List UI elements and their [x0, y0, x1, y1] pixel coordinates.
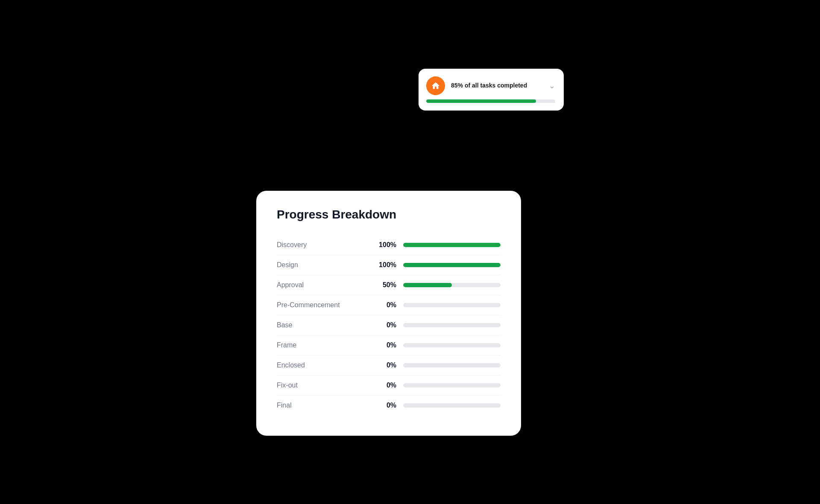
progress-row: Final0%: [277, 396, 501, 415]
progress-row: Pre-Commencement0%: [277, 295, 501, 315]
scene: 85% of all tasks completed ⌄ Progress Br…: [256, 69, 564, 436]
row-bar-fill: [403, 283, 452, 287]
row-percent: 50%: [371, 281, 396, 289]
row-percent: 100%: [371, 261, 396, 269]
home-icon: [431, 81, 440, 90]
row-bar-track: [403, 363, 501, 367]
notification-progress-fill: [426, 99, 536, 103]
row-percent: 0%: [371, 382, 396, 389]
row-percent: 0%: [371, 301, 396, 309]
row-label: Frame: [277, 341, 371, 349]
progress-row: Discovery100%: [277, 235, 501, 255]
row-label: Base: [277, 321, 371, 329]
row-label: Final: [277, 402, 371, 409]
row-percent: 0%: [371, 341, 396, 349]
progress-list: Discovery100%Design100%Approval50%Pre-Co…: [277, 235, 501, 415]
row-bar-track: [403, 303, 501, 307]
progress-row: Fix-out0%: [277, 376, 501, 396]
row-bar-fill: [403, 263, 501, 267]
row-percent: 0%: [371, 321, 396, 329]
row-label: Discovery: [277, 241, 371, 249]
row-percent: 0%: [371, 402, 396, 409]
progress-row: Enclosed0%: [277, 355, 501, 376]
row-label: Pre-Commencement: [277, 301, 371, 309]
row-bar-track: [403, 383, 501, 387]
row-bar-track: [403, 323, 501, 327]
row-label: Design: [277, 261, 371, 269]
progress-row: Frame0%: [277, 335, 501, 355]
row-percent: 0%: [371, 361, 396, 369]
row-percent: 100%: [371, 241, 396, 249]
row-label: Enclosed: [277, 361, 371, 369]
progress-row: Design100%: [277, 255, 501, 275]
chevron-down-icon: ⌄: [549, 81, 555, 90]
row-label: Approval: [277, 281, 371, 289]
progress-row: Base0%: [277, 315, 501, 335]
notification-top: 85% of all tasks completed ⌄: [426, 76, 555, 95]
home-icon-circle: [426, 76, 445, 95]
row-bar-track: [403, 243, 501, 247]
row-bar-track: [403, 403, 501, 408]
main-card: Progress Breakdown Discovery100%Design10…: [256, 191, 521, 436]
notification-text: 85% of all tasks completed: [451, 82, 543, 90]
notification-progress-bar: [426, 99, 555, 103]
card-title: Progress Breakdown: [277, 208, 501, 221]
row-bar-track: [403, 343, 501, 347]
row-bar-track: [403, 263, 501, 267]
row-label: Fix-out: [277, 382, 371, 389]
row-bar-fill: [403, 243, 501, 247]
progress-row: Approval50%: [277, 275, 501, 295]
row-bar-track: [403, 283, 501, 287]
notification-card: 85% of all tasks completed ⌄: [419, 69, 564, 111]
